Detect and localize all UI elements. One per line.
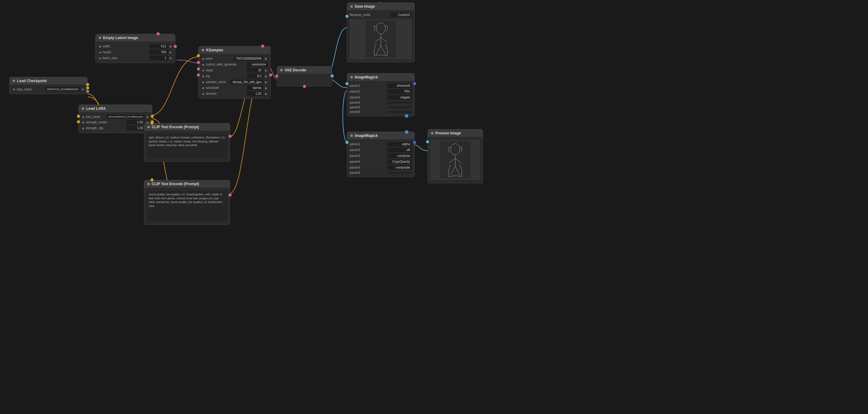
port-right-im1[interactable] [413, 82, 416, 85]
seed-value[interactable]: 706722848382948 [234, 56, 263, 61]
port-top-right[interactable] [261, 44, 264, 48]
save-image-svg [365, 21, 396, 58]
ckpt-arrow-right[interactable]: ▶ [82, 88, 85, 91]
control-value[interactable]: randomize [247, 62, 268, 67]
port-right-im2[interactable] [413, 141, 416, 144]
batch-arrow-left[interactable]: ◀ [98, 57, 101, 60]
port-top-im2[interactable] [405, 130, 408, 133]
seed-arrow-left[interactable]: ◀ [201, 57, 205, 60]
clip-text-pos-content[interactable]: 1girl, (dress:1.2), medium breasts, coll… [147, 134, 227, 158]
empty-latent-image-node: Empty Latent Image ◀ width 512 ▶ ◀ heigh… [95, 34, 175, 63]
sampler-value[interactable]: dpmpp_3m_sde_gpu [231, 79, 263, 84]
port-top-clip-neg[interactable] [150, 179, 154, 182]
im2-param4-value[interactable]: CopyOpacity [387, 159, 412, 164]
im1-param2-value[interactable]: 79% [387, 89, 412, 94]
denoise-arrow-right[interactable]: ▶ [265, 92, 268, 95]
height-row: ◀ height 768 ▶ [96, 49, 175, 55]
steps-value[interactable]: 20 [247, 68, 263, 72]
sampler-row: ◀ sampler_name dpmpp_3m_sde_gpu ▶ [199, 79, 270, 85]
port-top-latent[interactable] [157, 32, 160, 35]
denoise-arrow-left[interactable]: ◀ [201, 92, 205, 95]
node-dot [350, 134, 353, 137]
port-right-conditioning[interactable] [228, 135, 231, 138]
imagemagick2-title: ImageMagick [347, 132, 414, 139]
imagemagick2-body: param1 -alpha param2 off param3 -compose… [347, 139, 414, 177]
ksampler-body: ◀ seed 706722848382948 ▶ ◀ control_after… [199, 54, 270, 98]
port-right-model[interactable] [86, 83, 89, 86]
steps-arrow-left[interactable]: ◀ [201, 69, 205, 72]
batch-arrow-right[interactable]: ▶ [169, 57, 173, 60]
im1-param1-value[interactable]: -threshold [387, 83, 412, 88]
im1-param6-label: param6 [350, 110, 386, 114]
clip-text-neg-title: CLIP Text Encode (Prompt) [144, 180, 230, 188]
ctrl-arrow-left[interactable]: ◀ [201, 63, 205, 66]
clip-text-neg-label: CLIP Text Encode (Prompt) [152, 182, 199, 186]
sched-arrow-right[interactable]: ▶ [265, 87, 268, 90]
batch-value[interactable]: 1 [150, 56, 168, 60]
im1-param4-value[interactable] [387, 102, 412, 103]
height-value[interactable]: 768 [150, 50, 168, 55]
clip-text-neg-body: (worst quality, low quality:1.4), EasyNe… [144, 188, 230, 225]
save-image-body: filename_prefix ComfyUI [347, 10, 414, 62]
ckpt-value[interactable]: mixProV3_v3.safetensors [45, 87, 80, 91]
sm-arrow-left[interactable]: ◀ [81, 121, 85, 124]
preview-image-body [428, 137, 483, 183]
steps-row: ◀ steps 20 ▶ [199, 67, 270, 73]
port-left-preview[interactable] [426, 140, 429, 143]
port-right-width[interactable] [174, 45, 177, 48]
width-arrow-left[interactable]: ◀ [98, 45, 101, 48]
steps-arrow-right[interactable]: ▶ [265, 69, 268, 72]
port-bottom-vae[interactable] [303, 85, 306, 88]
im2-param6-value[interactable] [387, 172, 412, 173]
height-arrow-left[interactable]: ◀ [98, 51, 101, 54]
sampler-arrow-left[interactable]: ◀ [201, 81, 205, 84]
im2-param2-value[interactable]: off [387, 148, 412, 152]
lora-arrow-right[interactable]: ▶ [146, 115, 150, 119]
im2-param3-value[interactable]: -compose [387, 154, 412, 158]
port-left-latent[interactable] [275, 74, 278, 77]
cfg-arrow-right[interactable]: ▶ [265, 75, 268, 78]
im1-param3-value[interactable]: -negate [387, 95, 412, 100]
filename-value[interactable]: ComfyUI [390, 12, 412, 17]
height-arrow-right[interactable]: ▶ [169, 51, 173, 54]
width-arrow-right[interactable]: ▶ [169, 45, 173, 48]
lora-arrow-left[interactable]: ◀ [81, 115, 85, 119]
load-checkpoint-label: Load Checkpoint [17, 79, 47, 83]
node-dot [99, 37, 101, 39]
port-left-im1[interactable] [345, 82, 348, 85]
cfg-arrow-left[interactable]: ◀ [201, 75, 205, 78]
preview-image-title: Preview Image [428, 129, 483, 137]
strength-model-label: strength_model [86, 121, 125, 124]
load-lora-title: Load LoRA [79, 105, 152, 112]
cfg-value[interactable]: 8.0 [247, 74, 263, 78]
width-value[interactable]: 512 [150, 44, 168, 49]
sc-arrow-left[interactable]: ◀ [81, 127, 85, 130]
im2-param2-label: param2 [350, 148, 386, 152]
node-dot [82, 107, 84, 110]
seed-arrow-right[interactable]: ▶ [265, 57, 268, 60]
denoise-value[interactable]: 1.00 [247, 91, 263, 96]
im1-param6-value[interactable] [387, 112, 412, 113]
cfg-row: ◀ cfg 8.0 ▶ [199, 73, 270, 79]
sched-arrow-left[interactable]: ◀ [201, 87, 205, 90]
im2-param1-value[interactable]: -alpha [387, 142, 412, 147]
strength-clip-value[interactable]: 1.00 [126, 126, 145, 130]
port-top-clip[interactable] [150, 122, 154, 125]
port-right-image[interactable] [331, 74, 334, 77]
strength-model-value[interactable]: 1.00 [126, 120, 145, 125]
im1-param5-value[interactable] [387, 107, 412, 108]
ckpt-arrow-left[interactable]: ◀ [12, 88, 16, 91]
clip-text-neg-content[interactable]: (worst quality, low quality:1.4), EasyNe… [147, 191, 227, 221]
ksampler-label: KSampler [206, 48, 223, 52]
strength-clip-label: strength_clip [86, 126, 125, 130]
filename-row: filename_prefix ComfyUI [347, 12, 414, 18]
sampler-arrow-right[interactable]: ▶ [265, 81, 268, 84]
scheduler-value[interactable]: karras [247, 86, 263, 90]
port-bottom-im1[interactable] [405, 115, 408, 118]
lora-name-value[interactable]: animeoutlineV4_16.safetensors [107, 115, 145, 119]
im2-param5-value[interactable]: -composite [387, 165, 412, 170]
im2-param6-row: param6 [347, 170, 414, 175]
preview-image-canvas [430, 140, 480, 180]
load-lora-body: ◀ lora_name animeoutlineV4_16.safetensor… [79, 112, 152, 133]
port-right-conditioning-neg[interactable] [228, 193, 231, 196]
